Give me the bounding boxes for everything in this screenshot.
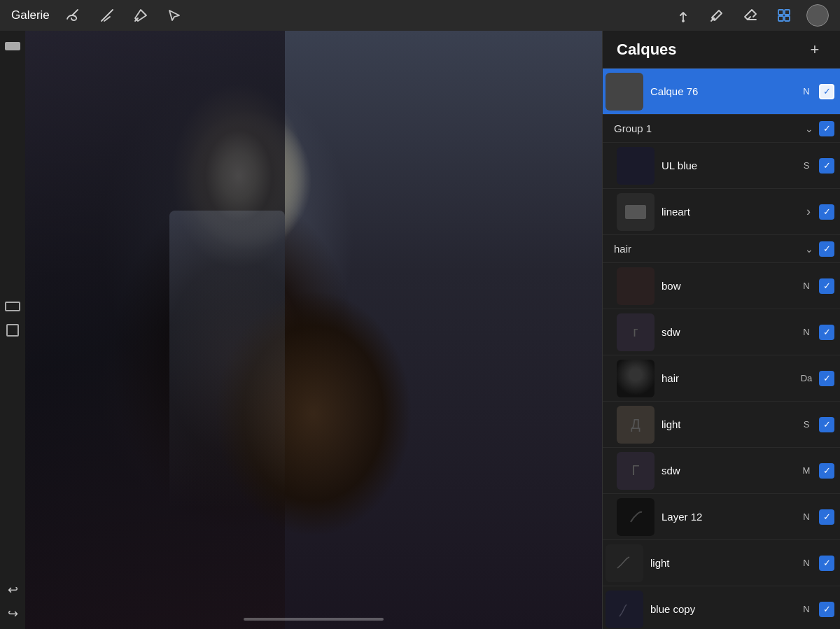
layer-name: sdw <box>662 326 799 338</box>
layer-visibility-toggle[interactable]: ✓ <box>819 602 834 617</box>
layer-item[interactable]: Calque 76 N ✓ <box>603 69 840 115</box>
glow-effect <box>169 211 285 510</box>
redo-button[interactable]: ↪ <box>3 604 22 623</box>
layer-thumbnail <box>617 498 654 536</box>
layer-info: bow <box>662 280 799 292</box>
layer-blend-mode: N <box>799 604 813 614</box>
layer-name: UL blue <box>662 160 799 171</box>
selection-tool[interactable] <box>3 320 22 340</box>
layer-info: lineart <box>662 206 806 218</box>
layer-visibility-toggle[interactable]: ✓ <box>819 158 834 174</box>
layer-name: light <box>650 557 799 569</box>
arrow-tool-icon[interactable] <box>164 6 184 25</box>
layer-controls: S ✓ <box>799 158 834 174</box>
undo-button[interactable]: ↩ <box>3 580 22 600</box>
layer-item[interactable]: Layer 12 N ✓ <box>603 494 840 540</box>
layer-controls: N ✓ <box>799 602 834 617</box>
layer-info: Layer 12 <box>662 511 799 523</box>
svg-point-0 <box>682 20 684 22</box>
layer-visibility-toggle[interactable]: ✓ <box>819 278 834 294</box>
layer-info: hair <box>662 372 799 384</box>
canvas-image <box>25 31 602 629</box>
layer-name: light <box>662 418 799 430</box>
layer-item[interactable]: light N ✓ <box>603 540 840 586</box>
layer-controls: N ✓ <box>799 278 834 294</box>
svg-rect-4 <box>778 16 783 21</box>
group-visibility-toggle[interactable]: ✓ <box>819 241 834 257</box>
top-bar: Galerie <box>0 0 840 31</box>
panel-header: Calques + <box>603 31 840 69</box>
layers-icon[interactable] <box>773 4 795 27</box>
layer-blend-mode: M <box>799 465 813 476</box>
main-area: ↩ ↪ Calques + Calque 76 <box>0 31 840 629</box>
layer-controls: N ✓ <box>799 84 834 99</box>
layer-thumbnail <box>606 591 643 628</box>
brush-tool-icon[interactable] <box>64 6 83 25</box>
svg-point-1 <box>713 18 715 20</box>
layer-name: blue copy <box>650 603 799 615</box>
eraser-icon[interactable] <box>739 4 762 27</box>
app-title: Galerie <box>11 8 50 22</box>
layer-thumbnail <box>617 147 654 185</box>
layer-name: hair <box>662 372 799 384</box>
layer-item[interactable]: blue copy N ✓ <box>603 586 840 629</box>
layer-item[interactable]: Д light S ✓ <box>603 402 840 448</box>
topbar-left: Galerie <box>11 6 184 25</box>
add-layer-button[interactable]: + <box>804 38 826 61</box>
svg-rect-2 <box>778 10 783 15</box>
layer-thumbnail <box>617 360 654 397</box>
canvas-area[interactable] <box>25 31 602 629</box>
group-chevron-icon <box>805 243 813 255</box>
layer-thumbnail <box>617 267 654 305</box>
smudge-tool-icon[interactable] <box>97 6 117 25</box>
panel-title: Calques <box>617 41 677 59</box>
layer-name: lineart <box>662 206 806 218</box>
layer-info: sdw <box>662 465 799 476</box>
layer-blend-mode: Da <box>799 373 813 383</box>
group-name: hair <box>614 243 805 255</box>
layer-controls: › ✓ <box>806 204 834 220</box>
chevron-right-icon: › <box>806 204 811 219</box>
layer-thumbnail: г <box>617 313 654 351</box>
scroll-bar[interactable] <box>244 618 384 621</box>
layer-visibility-toggle[interactable]: ✓ <box>819 417 834 432</box>
layer-visibility-toggle[interactable]: ✓ <box>819 204 834 220</box>
layer-visibility-toggle[interactable]: ✓ <box>819 325 834 340</box>
pen-tool-icon[interactable] <box>131 6 150 25</box>
layer-blend-mode: N <box>799 86 813 97</box>
layer-name: Calque 76 <box>650 85 799 97</box>
topbar-right <box>672 4 829 27</box>
layer-thumbnail: Г <box>617 452 654 490</box>
svg-rect-5 <box>785 16 790 21</box>
layer-blend-mode: N <box>799 511 813 522</box>
layer-thumbnail <box>606 73 643 111</box>
layer-info: light <box>662 418 799 430</box>
layer-visibility-toggle[interactable]: ✓ <box>819 509 834 525</box>
layer-blend-mode: S <box>799 419 813 430</box>
tool-1[interactable] <box>3 36 22 56</box>
layer-item[interactable]: bow N ✓ <box>603 263 840 309</box>
color-swatch-tool[interactable] <box>3 297 22 316</box>
layer-controls: S ✓ <box>799 417 834 432</box>
layer-visibility-toggle[interactable]: ✓ <box>819 84 834 99</box>
layer-item[interactable]: UL blue S ✓ <box>603 143 840 189</box>
layer-info: sdw <box>662 326 799 338</box>
group-row[interactable]: hair ✓ <box>603 235 840 263</box>
eyedropper-icon[interactable] <box>706 4 728 27</box>
layer-visibility-toggle[interactable]: ✓ <box>819 463 834 479</box>
layer-item[interactable]: hair Da ✓ <box>603 355 840 402</box>
layer-visibility-toggle[interactable]: ✓ <box>819 371 834 386</box>
layer-thumbnail <box>606 544 643 582</box>
layer-info: blue copy <box>650 603 799 615</box>
layer-visibility-toggle[interactable]: ✓ <box>819 556 834 571</box>
layer-item[interactable]: г sdw N ✓ <box>603 309 840 355</box>
layer-item[interactable]: lineart › ✓ <box>603 189 840 235</box>
group-row[interactable]: Group 1 ✓ <box>603 115 840 143</box>
layer-blend-mode: N <box>799 558 813 568</box>
pen-nib-icon[interactable] <box>672 4 694 27</box>
layer-item[interactable]: Г sdw M ✓ <box>603 448 840 494</box>
layer-thumbnail: Д <box>617 406 654 444</box>
user-avatar[interactable] <box>806 4 829 27</box>
group-visibility-toggle[interactable]: ✓ <box>819 121 834 136</box>
layer-info: light <box>650 557 799 569</box>
